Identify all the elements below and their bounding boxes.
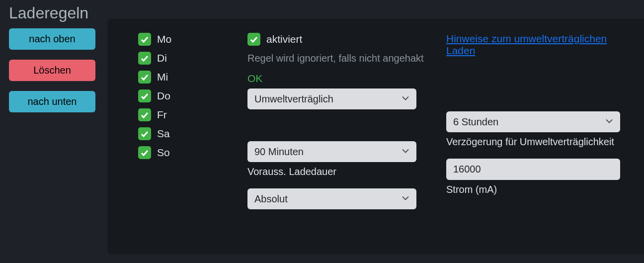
day-row: Mo (138, 33, 238, 46)
day-checkbox-di[interactable] (138, 52, 151, 65)
activated-label: aktiviert (266, 33, 302, 45)
day-label: Mo (157, 33, 171, 45)
move-up-button[interactable]: nach oben (9, 28, 95, 50)
activated-row: aktiviert (247, 33, 436, 46)
day-checkbox-so[interactable] (138, 146, 151, 159)
duration-label: Vorauss. Ladedauer (247, 166, 436, 177)
day-label: Mi (157, 71, 168, 83)
rule-panel: Mo Di Mi Do Fr Sa So aktiviert (107, 19, 644, 254)
day-row: So (138, 146, 238, 159)
day-row: Di (138, 52, 238, 65)
days-column: Mo Di Mi Do Fr Sa So (138, 33, 238, 240)
day-row: Mi (138, 71, 238, 84)
day-checkbox-fr[interactable] (138, 108, 151, 121)
delay-select-wrapper: 6 Stunden (446, 111, 620, 132)
duration-select[interactable]: 90 Minuten (247, 141, 416, 162)
sidebar-title: Laderegeln (9, 4, 95, 22)
duration-select-wrapper: 90 Minuten (247, 141, 416, 162)
activated-checkbox[interactable] (247, 33, 260, 46)
current-input[interactable] (446, 159, 620, 180)
day-row: Sa (138, 127, 238, 140)
middle-column: aktiviert Regel wird ignoriert, falls ni… (247, 33, 436, 240)
day-label: Di (157, 52, 167, 64)
right-column: Hinweise zum umweltverträglichen Laden 6… (446, 33, 630, 240)
day-label: Do (157, 90, 170, 102)
day-label: Sa (157, 128, 170, 140)
abs-select-wrapper: Absolut (247, 188, 416, 209)
day-label: Fr (157, 109, 167, 121)
day-checkbox-mi[interactable] (138, 71, 151, 84)
delay-select[interactable]: 6 Stunden (446, 111, 620, 132)
day-label: So (157, 147, 170, 159)
env-info-link[interactable]: Hinweise zum umweltverträglichen Laden (446, 33, 625, 57)
sidebar: Laderegeln nach oben Löschen nach unten (0, 0, 104, 263)
day-row: Do (138, 89, 238, 102)
current-label: Strom (mA) (446, 184, 630, 195)
delete-button[interactable]: Löschen (9, 60, 95, 81)
mode-select[interactable]: Umweltverträglich (247, 88, 416, 109)
mode-select-wrapper: Umweltverträglich (247, 88, 416, 109)
day-row: Fr (138, 108, 238, 121)
delay-label: Verzögerung für Umweltverträglichkeit (446, 136, 630, 148)
day-checkbox-mo[interactable] (138, 33, 151, 46)
abs-select[interactable]: Absolut (247, 188, 416, 209)
activated-helper: Regel wird ignoriert, falls nicht angeha… (247, 51, 436, 66)
move-down-button[interactable]: nach unten (9, 91, 95, 112)
status-text: OK (247, 73, 436, 85)
day-checkbox-do[interactable] (138, 89, 151, 102)
day-checkbox-sa[interactable] (138, 127, 151, 140)
